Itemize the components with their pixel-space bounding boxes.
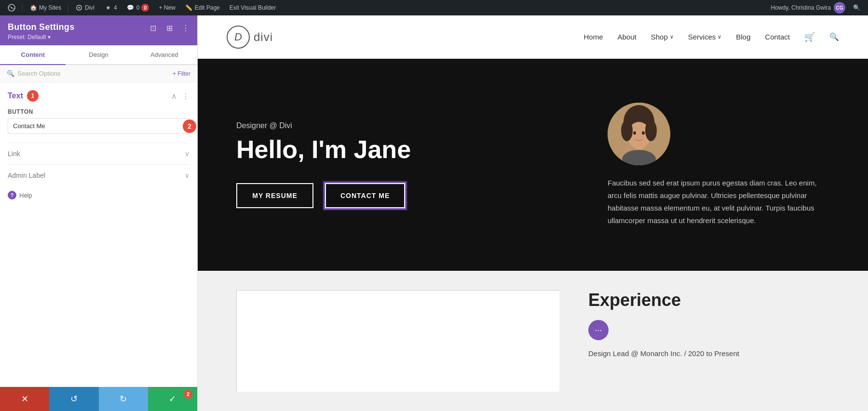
admin-bar-right: Howdy, Christina Gwira CG 🔍 [767,2,864,13]
link-section-header[interactable]: Link ∨ [8,150,190,158]
panel-header: Button Settings Preset: Default ▾ ⊡ ⊞ ⋮ [0,15,197,45]
button-field-label: Button [8,108,190,115]
avatar-image [608,103,670,165]
admin-label-header[interactable]: Admin Label ∨ [8,172,190,179]
edit-page-button[interactable]: ✏️ Edit Page [181,0,224,15]
redo-icon: ↻ [120,394,127,404]
comments-button[interactable]: 💬 0 0 [123,0,153,15]
logo-letter: D [234,31,242,43]
new-post-button[interactable]: + New [155,0,179,15]
nav-shop[interactable]: Shop ∨ [651,33,674,41]
button-field-group: Button 2 [8,108,190,134]
section-more-icon[interactable]: ⋮ [182,92,190,101]
svg-point-6 [645,120,657,141]
user-search-button[interactable]: 🔍 [849,4,864,11]
chevron-down-icon: ∨ [185,150,190,158]
my-resume-button[interactable]: MY RESUME [236,183,313,208]
site-nav: D divi Home About Shop ∨ Services ∨ Blog… [198,15,868,59]
experience-icon-row: ··· [588,320,829,340]
nav-about[interactable]: About [617,33,636,41]
nav-home[interactable]: Home [583,33,603,41]
svg-point-8 [642,131,645,134]
filter-button[interactable]: + Filter [173,70,190,77]
search-icon[interactable]: 🔍 [829,32,839,41]
svg-point-1 [11,7,13,9]
likes-button[interactable]: ★ 4 [100,0,121,15]
logo-circle: D [227,26,250,49]
link-section: Link ∨ [8,143,190,164]
redo-button[interactable]: ↻ [99,387,148,411]
hero-description: Faucibus sed sed erat ipsum purus egesta… [608,177,829,227]
bottom-toolbar: ✕ ↺ ↻ ✓ 2 [0,387,197,411]
collapse-icon[interactable]: ∧ [171,92,177,101]
more-options-icon[interactable]: ⋮ [180,22,191,34]
divi-button[interactable]: Divi [71,0,98,15]
services-chevron-icon: ∨ [718,34,721,40]
hero-buttons: MY RESUME CONTACT ME [236,183,608,208]
tab-design[interactable]: Design [66,45,131,65]
hero-right: Faucibus sed sed erat ipsum purus egesta… [608,103,829,227]
button-text-input[interactable] [8,118,190,134]
main-layout: Button Settings Preset: Default ▾ ⊡ ⊞ ⋮ … [0,15,868,411]
experience-detail: Design Lead @ Monarch Inc. / 2020 to Pre… [588,348,829,359]
site-menu: Home About Shop ∨ Services ∨ Blog Contac… [583,32,839,42]
help-label: Help [19,192,32,199]
section-badge: 1 [27,90,39,102]
bar-separator-2 [68,4,68,12]
contact-me-button[interactable]: CONTACT ME [325,183,405,208]
help-row: ? Help [8,186,190,204]
link-section-title: Link [8,150,20,158]
expand-icon[interactable]: ⊞ [163,22,175,34]
experience-section: Experience ··· Design Lead @ Monarch Inc… [588,290,829,392]
hero-subtitle: Designer @ Divi [236,121,608,130]
bar-separator [22,4,23,12]
home-icon: 🏠 [29,4,37,12]
cart-icon[interactable]: 🛒 [804,32,815,42]
website-preview: D divi Home About Shop ∨ Services ∨ Blog… [198,15,868,411]
save-icon: ✓ [169,394,176,404]
hero-title: Hello, I'm Jane [236,136,608,163]
logo-text: divi [254,30,273,44]
admin-label-section: Admin Label ∨ [8,164,190,186]
svg-point-5 [621,120,633,141]
search-options-input[interactable] [17,70,173,77]
divi-icon [75,4,83,12]
pencil-icon: ✏️ [185,4,193,12]
user-menu[interactable]: Howdy, Christina Gwira CG [767,2,849,13]
panel-header-icons: ⊡ ⊞ ⋮ [147,22,191,34]
my-sites-button[interactable]: 🏠 My Sites [26,0,65,15]
experience-title: Experience [588,290,829,310]
left-panel: Button Settings Preset: Default ▾ ⊡ ⊞ ⋮ … [0,15,198,411]
tab-advanced[interactable]: Advanced [132,45,197,65]
save-button[interactable]: ✓ 2 [148,387,197,411]
wp-admin-bar: 🏠 My Sites Divi ★ 4 💬 0 0 + New ✏️ Edit … [0,0,868,15]
left-preview-card [236,290,559,392]
comment-count-badge: 0 [141,4,149,12]
shop-chevron-icon: ∨ [670,34,674,40]
minimize-icon[interactable]: ⊡ [147,22,159,34]
lower-section: Experience ··· Design Lead @ Monarch Inc… [198,271,868,411]
nav-blog[interactable]: Blog [736,33,750,41]
hero-content: Designer @ Divi Hello, I'm Jane MY RESUM… [236,121,608,208]
panel-content: Text 1 ∧ ⋮ Button 2 Link [0,82,197,387]
chevron-down-icon-2: ∨ [185,172,190,179]
exit-builder-button[interactable]: Exit Visual Builder [226,0,280,15]
wp-logo-button[interactable] [4,0,19,15]
star-icon: ★ [104,4,112,12]
panel-preset[interactable]: Preset: Default ▾ [8,34,190,40]
panel-tabs: Content Design Advanced [0,45,197,65]
experience-dots-icon: ··· [588,320,609,340]
wp-icon [8,4,15,12]
nav-contact[interactable]: Contact [765,33,790,41]
nav-services[interactable]: Services ∨ [688,33,722,41]
site-logo: D divi [227,26,273,49]
tab-content[interactable]: Content [0,45,66,65]
svg-point-7 [633,131,636,134]
user-avatar: CG [834,2,845,13]
help-icon[interactable]: ? [8,191,16,199]
search-bar: 🔍 + Filter [0,65,197,82]
undo-button[interactable]: ↺ [49,387,98,411]
admin-label-title: Admin Label [8,172,45,179]
section-actions: ∧ ⋮ [171,92,190,101]
cancel-button[interactable]: ✕ [0,387,49,411]
